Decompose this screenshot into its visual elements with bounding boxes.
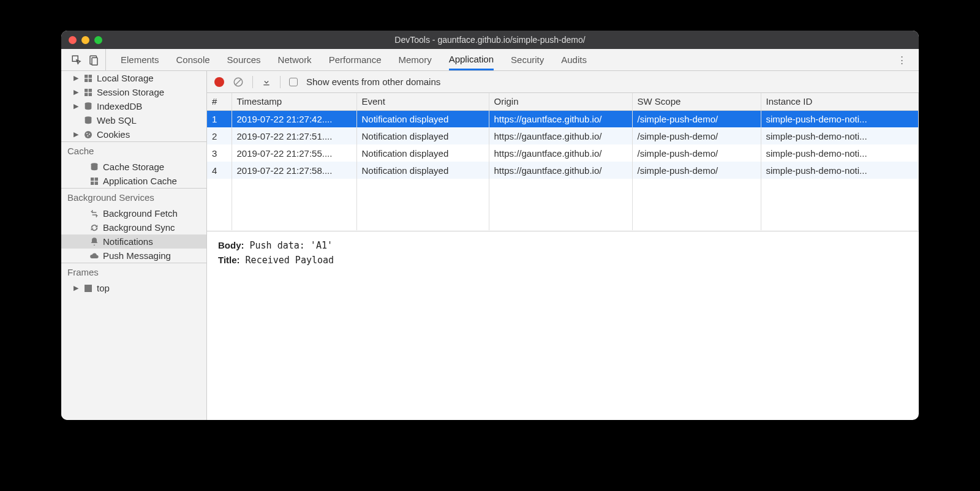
sidebar-section-bg: Background Services	[61, 188, 206, 206]
details-pane: Body: Push data: 'A1' Title: Received Pa…	[207, 231, 919, 420]
fetch-icon	[89, 209, 99, 219]
sidebar-item-cookies[interactable]: ▶Cookies	[61, 127, 206, 141]
tabbar: ElementsConsoleSourcesNetworkPerformance…	[61, 49, 919, 71]
svg-rect-18	[91, 178, 94, 181]
sidebar-item-indexeddb[interactable]: ▶IndexedDB	[61, 99, 206, 113]
details-title-value: Received Payload	[246, 255, 334, 266]
grid-icon	[83, 88, 93, 97]
cloud-icon	[89, 251, 99, 261]
grid-icon	[89, 176, 99, 186]
sidebar-item-notifications[interactable]: Notifications	[61, 234, 206, 249]
sidebar-item-top[interactable]: ▶top	[61, 281, 206, 295]
devtools-window: DevTools - gauntface.github.io/simple-pu…	[61, 31, 919, 420]
svg-rect-3	[85, 75, 88, 78]
svg-rect-25	[263, 84, 269, 85]
col-header[interactable]: SW Scope	[632, 93, 761, 110]
col-header[interactable]: Instance ID	[761, 93, 919, 110]
sidebar-item-cache-storage[interactable]: Cache Storage	[61, 160, 206, 174]
toolbar: Show events from other domains	[207, 71, 919, 93]
svg-point-13	[85, 131, 92, 138]
more-menu-icon[interactable]: ⋮	[889, 54, 915, 66]
frame-icon	[83, 283, 93, 293]
svg-rect-4	[89, 75, 92, 78]
svg-line-24	[236, 79, 241, 84]
svg-rect-8	[89, 89, 92, 92]
details-body-value: Push data: 'A1'	[250, 240, 333, 251]
device-toggle-icon[interactable]	[88, 54, 99, 66]
sidebar: ▶Local Storage▶Session Storage▶IndexedDB…	[61, 71, 207, 420]
tab-performance[interactable]: Performance	[329, 49, 382, 70]
sync-icon	[89, 223, 99, 233]
cookie-icon	[83, 130, 93, 140]
tab-application[interactable]: Application	[449, 49, 494, 70]
svg-rect-20	[91, 181, 94, 184]
bell-icon	[89, 237, 99, 247]
details-title-label: Title:	[218, 255, 240, 265]
table-row[interactable]: 42019-07-22 21:27:58....Notification dis…	[207, 162, 919, 179]
record-button[interactable]	[214, 77, 224, 87]
svg-point-14	[86, 133, 88, 134]
show-other-domains-label: Show events from other domains	[306, 77, 440, 87]
col-header[interactable]: Origin	[489, 93, 632, 110]
sidebar-item-web-sql[interactable]: Web SQL	[61, 113, 206, 127]
sidebar-item-local-storage[interactable]: ▶Local Storage	[61, 71, 206, 85]
window-title: DevTools - gauntface.github.io/simple-pu…	[61, 35, 919, 45]
tab-console[interactable]: Console	[176, 49, 210, 70]
svg-rect-22	[85, 285, 92, 291]
tab-elements[interactable]: Elements	[121, 49, 159, 70]
db-icon	[83, 116, 93, 126]
clear-icon[interactable]	[233, 77, 244, 88]
events-table: #TimestampEventOriginSW ScopeInstance ID…	[207, 93, 919, 230]
inspect-icon[interactable]	[71, 54, 82, 66]
sidebar-section-cache: Cache	[61, 141, 206, 160]
db-icon	[83, 102, 93, 111]
sidebar-item-push-messaging[interactable]: Push Messaging	[61, 249, 206, 263]
sidebar-item-background-sync[interactable]: Background Sync	[61, 220, 206, 234]
col-header[interactable]: Timestamp	[232, 93, 356, 110]
table-row[interactable]: 22019-07-22 21:27:51....Notification dis…	[207, 127, 919, 144]
col-header[interactable]: #	[207, 93, 232, 110]
svg-rect-2	[92, 58, 97, 65]
svg-point-15	[89, 133, 90, 135]
sidebar-item-background-fetch[interactable]: Background Fetch	[61, 206, 206, 220]
table-row[interactable]: 32019-07-22 21:27:55....Notification dis…	[207, 144, 919, 162]
svg-rect-19	[95, 178, 98, 181]
sidebar-section-frames: Frames	[61, 263, 206, 281]
download-icon[interactable]	[262, 77, 271, 87]
sidebar-item-session-storage[interactable]: ▶Session Storage	[61, 85, 206, 99]
sidebar-item-application-cache[interactable]: Application Cache	[61, 174, 206, 188]
details-body-label: Body:	[218, 240, 244, 250]
db-icon	[89, 162, 99, 172]
svg-rect-6	[89, 78, 92, 81]
grid-icon	[83, 73, 93, 83]
titlebar: DevTools - gauntface.github.io/simple-pu…	[61, 31, 919, 49]
svg-rect-10	[89, 92, 92, 96]
show-other-domains-checkbox[interactable]	[289, 78, 298, 86]
tab-sources[interactable]: Sources	[227, 49, 261, 70]
svg-rect-21	[95, 181, 98, 184]
tab-memory[interactable]: Memory	[399, 49, 432, 70]
tab-audits[interactable]: Audits	[561, 49, 587, 70]
svg-rect-5	[85, 78, 88, 81]
svg-rect-7	[85, 89, 88, 92]
col-header[interactable]: Event	[356, 93, 489, 110]
svg-point-16	[87, 135, 88, 137]
svg-rect-9	[85, 92, 88, 96]
tab-security[interactable]: Security	[511, 49, 544, 70]
table-row[interactable]: 12019-07-22 21:27:42....Notification dis…	[207, 110, 919, 127]
tab-network[interactable]: Network	[278, 49, 312, 70]
